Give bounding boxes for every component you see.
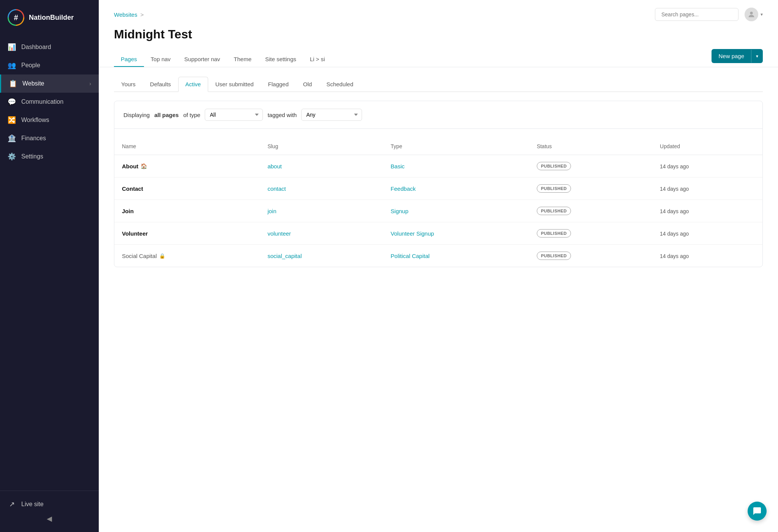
- sidebar-nav: 📊 Dashboard 👥 People 📋 Website › 💬 Commu…: [0, 35, 99, 491]
- workflows-icon: 🔀: [8, 116, 16, 124]
- status-badge-join: PUBLISHED: [537, 207, 571, 215]
- sidebar-item-live-site[interactable]: ↗ Live site: [8, 497, 91, 511]
- table-row: Social Capital 🔒social_capitalPolitical …: [114, 245, 762, 267]
- type-link-social-capital[interactable]: Political Capital: [391, 253, 430, 259]
- type-filter-select[interactable]: All Basic Feedback Signup Volunteer Sign…: [205, 109, 263, 121]
- tab-top-nav[interactable]: Top nav: [144, 52, 178, 67]
- table-body: About 🏠aboutBasicPUBLISHED14 days agoCon…: [114, 155, 762, 267]
- tab-more[interactable]: Li > si: [303, 52, 332, 67]
- main-content: Websites > ▾ Midnight Test PagesTop navS…: [99, 0, 778, 532]
- page-name-about: About 🏠: [122, 163, 252, 169]
- sidebar-item-people[interactable]: 👥 People: [0, 56, 99, 74]
- pages-table-container: Displaying all pages of type All Basic F…: [114, 101, 763, 267]
- tab-site-settings[interactable]: Site settings: [258, 52, 303, 67]
- sidebar-item-dashboard[interactable]: 📊 Dashboard: [0, 38, 99, 56]
- user-menu[interactable]: ▾: [745, 8, 763, 21]
- content-area: YoursDefaultsActiveUser submittedFlagged…: [99, 67, 778, 532]
- new-page-dropdown-arrow[interactable]: ▾: [751, 50, 763, 63]
- chat-bubble-button[interactable]: [748, 502, 767, 521]
- col-header-slug: Slug: [260, 138, 383, 155]
- collapse-sidebar-button[interactable]: ◀: [8, 511, 91, 526]
- filter-prefix: Displaying: [123, 112, 150, 118]
- lock-icon: 🔒: [159, 253, 165, 259]
- page-title: Midnight Test: [114, 27, 763, 41]
- header-actions: ▾: [655, 8, 763, 21]
- breadcrumb-websites-link[interactable]: Websites: [114, 11, 137, 18]
- subtab-active[interactable]: Active: [178, 77, 208, 92]
- svg-point-0: [750, 12, 753, 14]
- tab-supporter-nav[interactable]: Supporter nav: [177, 52, 227, 67]
- slug-link-contact[interactable]: contact: [267, 185, 286, 192]
- filter-suffix: tagged with: [267, 112, 297, 118]
- sidebar-footer: ↗ Live site ◀: [0, 491, 99, 532]
- type-link-join[interactable]: Signup: [391, 208, 408, 214]
- page-tabs: PagesTop navSupporter navThemeSite setti…: [114, 52, 332, 67]
- updated-join: 14 days ago: [660, 208, 689, 214]
- slug-link-social-capital[interactable]: social_capital: [267, 253, 302, 259]
- new-page-button-label: New page: [712, 49, 751, 63]
- sidebar-item-label: People: [21, 62, 40, 69]
- logo-icon: #: [8, 9, 24, 26]
- sidebar-item-label: Finances: [21, 135, 46, 142]
- col-header-updated: Updated: [652, 138, 762, 155]
- sidebar-item-communication[interactable]: 💬 Communication: [0, 93, 99, 111]
- sidebar-item-settings[interactable]: ⚙️ Settings: [0, 147, 99, 166]
- subtabs: YoursDefaultsActiveUser submittedFlagged…: [114, 76, 763, 92]
- search-input[interactable]: [655, 8, 738, 21]
- sidebar: # NationBuilder 📊 Dashboard 👥 People 📋 W…: [0, 0, 99, 532]
- updated-volunteer: 14 days ago: [660, 231, 689, 237]
- avatar: [745, 8, 758, 21]
- new-page-button[interactable]: New page ▾: [712, 49, 763, 63]
- type-link-volunteer[interactable]: Volunteer Signup: [391, 230, 434, 237]
- tab-pages[interactable]: Pages: [114, 52, 144, 67]
- breadcrumb-separator: >: [140, 11, 144, 18]
- logo-text: NationBuilder: [29, 14, 74, 22]
- table-row: About 🏠aboutBasicPUBLISHED14 days ago: [114, 155, 762, 177]
- slug-link-join[interactable]: join: [267, 208, 276, 214]
- updated-social-capital: 14 days ago: [660, 253, 689, 259]
- tag-filter-select[interactable]: Any: [301, 109, 362, 121]
- slug-link-about[interactable]: about: [267, 163, 282, 169]
- filter-highlight: all pages: [154, 112, 179, 118]
- col-header-name: Name: [114, 138, 260, 155]
- subtab-user-submitted[interactable]: User submitted: [208, 77, 261, 92]
- settings-icon: ⚙️: [8, 152, 16, 161]
- subtab-flagged[interactable]: Flagged: [261, 77, 296, 92]
- home-icon: 🏠: [141, 163, 147, 169]
- subtab-scheduled[interactable]: Scheduled: [319, 77, 361, 92]
- page-name-contact: Contact: [122, 185, 252, 192]
- subtab-defaults[interactable]: Defaults: [143, 77, 178, 92]
- table-row: JoinjoinSignupPUBLISHED14 days ago: [114, 200, 762, 222]
- sidebar-item-label: Dashboard: [21, 44, 51, 51]
- sidebar-item-label: Communication: [21, 98, 63, 105]
- pages-table: NameSlugTypeStatusUpdated About 🏠aboutBa…: [114, 138, 762, 267]
- live-site-label: Live site: [21, 501, 44, 508]
- sidebar-item-label: Settings: [21, 153, 43, 160]
- status-badge-social-capital: PUBLISHED: [537, 252, 571, 260]
- type-link-about[interactable]: Basic: [391, 163, 405, 169]
- updated-contact: 14 days ago: [660, 186, 689, 192]
- status-badge-volunteer: PUBLISHED: [537, 229, 571, 238]
- sidebar-item-website[interactable]: 📋 Website ›: [0, 74, 99, 93]
- type-link-contact[interactable]: Feedback: [391, 185, 416, 192]
- dashboard-icon: 📊: [8, 43, 16, 51]
- slug-link-volunteer[interactable]: volunteer: [267, 230, 291, 237]
- header: Websites > ▾ Midnight Test PagesTop navS…: [99, 0, 778, 67]
- tab-theme[interactable]: Theme: [227, 52, 258, 67]
- table-row: VolunteervolunteerVolunteer SignupPUBLIS…: [114, 222, 762, 245]
- table-row: ContactcontactFeedbackPUBLISHED14 days a…: [114, 177, 762, 200]
- subtab-old[interactable]: Old: [296, 77, 319, 92]
- page-name-volunteer: Volunteer: [122, 230, 252, 237]
- website-icon: 📋: [9, 79, 17, 88]
- communication-icon: 💬: [8, 98, 16, 106]
- breadcrumb: Websites >: [114, 11, 144, 18]
- logo-area[interactable]: # NationBuilder: [0, 0, 99, 35]
- finances-icon: 🏦: [8, 134, 16, 142]
- sidebar-item-label: Workflows: [21, 117, 49, 124]
- external-link-icon: ↗: [8, 500, 16, 508]
- sidebar-item-workflows[interactable]: 🔀 Workflows: [0, 111, 99, 129]
- people-icon: 👥: [8, 61, 16, 70]
- status-badge-about: PUBLISHED: [537, 162, 571, 170]
- subtab-yours[interactable]: Yours: [114, 77, 143, 92]
- sidebar-item-finances[interactable]: 🏦 Finances: [0, 129, 99, 147]
